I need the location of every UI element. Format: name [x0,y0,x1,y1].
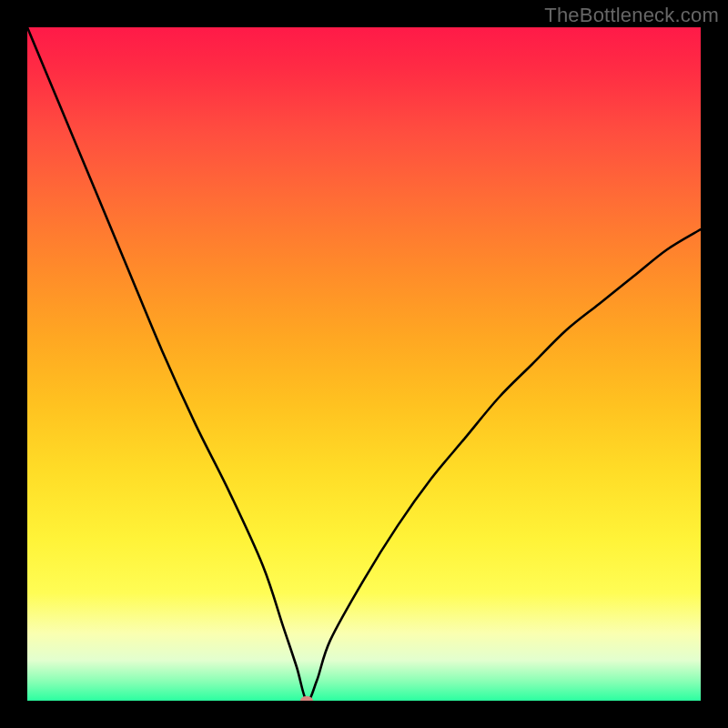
chart-frame: TheBottleneck.com [0,0,728,728]
watermark-text: TheBottleneck.com [544,4,719,27]
minimum-marker [300,696,313,701]
curve-path [27,27,701,701]
plot-area [27,27,701,701]
bottleneck-curve [27,27,701,701]
